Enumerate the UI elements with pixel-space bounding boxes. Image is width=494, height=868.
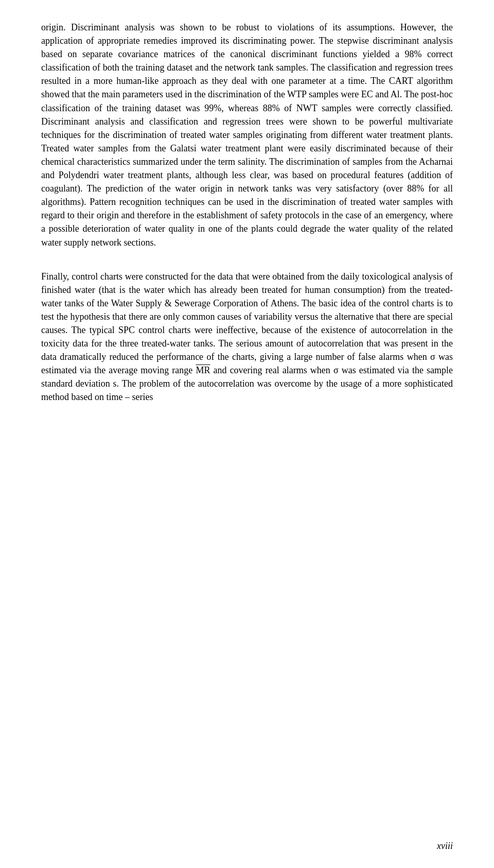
paragraph-2-text-before-mr: Finally, control charts were constructed… bbox=[41, 271, 453, 376]
mr-symbol: MR bbox=[196, 365, 210, 375]
page-number: xviii bbox=[437, 839, 453, 853]
paragraph-1-text: origin. Discriminant analysis was shown … bbox=[41, 22, 453, 248]
paragraph-2: Finally, control charts were constructed… bbox=[41, 270, 453, 404]
paragraph-1: origin. Discriminant analysis was shown … bbox=[41, 21, 453, 249]
page: origin. Discriminant analysis was shown … bbox=[0, 0, 494, 868]
